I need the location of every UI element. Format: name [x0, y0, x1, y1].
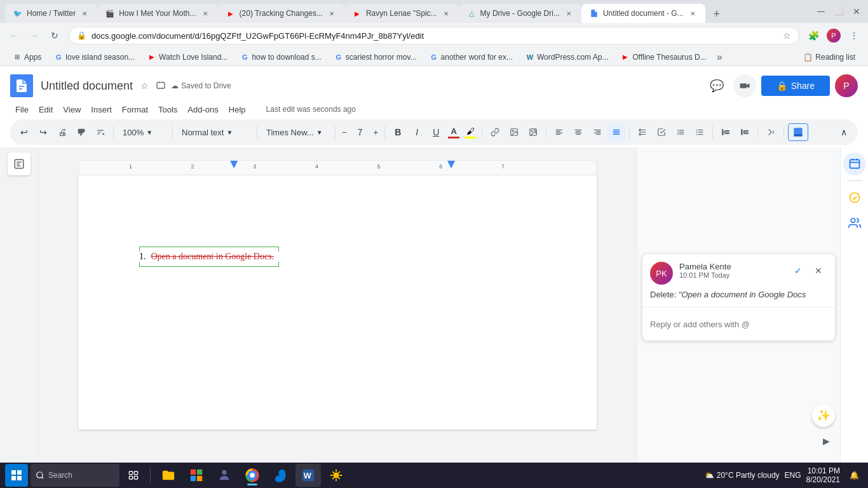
bookmark-wordpress[interactable]: W WordPress.com Ap...	[520, 51, 613, 63]
comment-reply-input[interactable]	[650, 314, 827, 334]
checklist-button[interactable]	[653, 123, 670, 141]
clear-format-btn[interactable]	[92, 123, 109, 141]
workspace-tasks-button[interactable]	[843, 186, 866, 209]
taskbar-app-word[interactable]: W	[295, 464, 321, 487]
document-page[interactable]: 1. Open a document in Google Docs.	[78, 175, 597, 430]
move-to-drive-icon[interactable]	[154, 79, 167, 92]
back-button[interactable]: ←	[5, 27, 23, 44]
maximize-button[interactable]: ⬜	[832, 5, 845, 18]
tab-drive[interactable]: △ My Drive - Google Dri... ✕	[459, 4, 581, 23]
star-icon[interactable]: ☆	[138, 79, 151, 92]
comments-button[interactable]: 💬	[705, 74, 728, 97]
undo-button[interactable]: ↩	[15, 123, 33, 141]
numbered-list-button[interactable]: 1.2.3.	[691, 123, 709, 141]
weather-widget[interactable]: ⛅ 20°C Partly cloudy	[705, 471, 780, 480]
taskbar-app-store[interactable]	[184, 464, 209, 487]
tab-himym[interactable]: 🎬 How I Met Your Moth... ✕	[97, 4, 217, 23]
tab-ravyn-close[interactable]: ✕	[441, 8, 451, 18]
font-select[interactable]: Times New... ▼	[261, 126, 331, 139]
insert-drawing-button[interactable]	[524, 123, 542, 141]
expand-sidebar-button[interactable]: ▶	[817, 432, 835, 450]
workspace-contacts-button[interactable]	[843, 212, 866, 234]
new-tab-button[interactable]: +	[708, 5, 726, 23]
paint-format-button[interactable]	[72, 123, 90, 141]
list-item-1[interactable]: 1. Open a document in Google Docs.	[139, 252, 274, 262]
bullet-list-button[interactable]	[672, 123, 689, 141]
taskbar-language[interactable]: ENG	[785, 471, 801, 480]
bookmark-love-island[interactable]: G love island season...	[49, 51, 140, 63]
ruler-handle-right[interactable]	[447, 161, 455, 168]
highlight-button[interactable]: 🖌	[463, 125, 478, 140]
font-size-input[interactable]: 7	[351, 123, 370, 141]
indent-decrease-button[interactable]	[717, 123, 735, 141]
add-comment-fab[interactable]: ✨	[812, 404, 835, 427]
bookmark-watch-love[interactable]: ▶ Watch Love Island...	[142, 51, 233, 63]
docs-canvas[interactable]: 1 2 3 4 5 6 7	[38, 147, 637, 488]
align-right-button[interactable]	[588, 123, 606, 141]
indent-increase-button[interactable]	[736, 123, 754, 141]
font-size-increase[interactable]: +	[371, 126, 381, 139]
comment-reply-area[interactable]	[642, 307, 835, 341]
bold-button[interactable]: B	[389, 123, 407, 141]
print-button[interactable]: 🖨	[53, 123, 71, 141]
reading-list-button[interactable]: 📋 Reading list	[798, 51, 860, 63]
tab-drive-close[interactable]: ✕	[564, 8, 574, 18]
tab-tracking-close[interactable]: ✕	[327, 8, 337, 18]
align-left-button[interactable]	[550, 123, 568, 141]
redo-button[interactable]: ↪	[34, 123, 52, 141]
bookmark-download[interactable]: G how to download s...	[235, 51, 326, 63]
align-justify-button[interactable]	[607, 123, 625, 141]
profile-icon[interactable]: P	[825, 27, 843, 44]
tab-twitter[interactable]: 🐦 Home / Twitter ✕	[5, 4, 97, 23]
font-size-decrease[interactable]: −	[339, 126, 349, 139]
menu-help[interactable]: Help	[224, 104, 251, 116]
taskbar-app-chrome[interactable]	[240, 464, 265, 487]
minimize-button[interactable]: ─	[815, 5, 827, 18]
menu-format[interactable]: Format	[117, 104, 153, 116]
insert-link-button[interactable]	[486, 123, 504, 141]
bookmark-horror[interactable]: G scariest horror mov...	[329, 51, 422, 63]
docs-document-title[interactable]: Untitled document	[41, 79, 133, 93]
bookmark-apps[interactable]: ⊞ Apps	[8, 51, 46, 63]
tab-twitter-close[interactable]: ✕	[79, 8, 90, 18]
bookmark-word[interactable]: G another word for ex...	[424, 51, 518, 63]
taskbar-clock[interactable]: 10:01 PM 8/20/2021	[806, 466, 840, 484]
taskbar-app-photos[interactable]	[323, 464, 349, 487]
underline-button[interactable]: U	[427, 123, 445, 141]
bookmark-thesaurus[interactable]: ▶ Offline Thesaurus D...	[616, 51, 711, 63]
menu-addons[interactable]: Add-ons	[182, 104, 223, 116]
last-edit-link[interactable]: Last edit was seconds ago	[261, 104, 361, 115]
workspace-calendar-button[interactable]	[843, 152, 866, 175]
tab-ravyn[interactable]: ▶ Ravyn Lenae "Spic... ✕	[344, 4, 459, 23]
extensions-icon[interactable]: 🧩	[804, 27, 822, 44]
share-button[interactable]: 🔒 Share	[761, 76, 830, 96]
background-color-button[interactable]	[788, 123, 808, 141]
close-button[interactable]: ✕	[850, 5, 863, 18]
meet-button[interactable]	[733, 74, 756, 97]
address-input[interactable]: 🔒 docs.google.com/document/d/16pgQZFtf_U…	[69, 27, 799, 44]
menu-edit[interactable]: Edit	[34, 104, 58, 116]
user-avatar[interactable]: P	[835, 74, 858, 97]
resolve-comment-button[interactable]: ✓	[789, 262, 807, 280]
outline-button[interactable]	[8, 152, 31, 175]
taskbar-app-edge[interactable]	[268, 464, 293, 487]
start-button[interactable]	[5, 464, 28, 487]
bookmark-star-icon[interactable]: ☆	[783, 30, 791, 41]
insert-image-button[interactable]	[505, 123, 523, 141]
clear-formatting-button[interactable]	[762, 123, 780, 141]
text-color-button[interactable]: A	[446, 125, 461, 140]
align-center-button[interactable]	[569, 123, 587, 141]
bookmarks-more-button[interactable]: »	[714, 50, 725, 64]
tab-tracking[interactable]: ▶ (20) Tracking Changes... ✕	[218, 4, 344, 23]
menu-insert[interactable]: Insert	[86, 104, 117, 116]
settings-icon[interactable]: ⋮	[845, 27, 863, 44]
taskbar-app-explorer[interactable]	[156, 464, 181, 487]
menu-tools[interactable]: Tools	[153, 104, 182, 116]
menu-file[interactable]: File	[10, 104, 34, 116]
line-spacing-button[interactable]	[634, 123, 651, 141]
tab-himym-close[interactable]: ✕	[200, 8, 210, 18]
menu-view[interactable]: View	[58, 104, 86, 116]
tab-docs[interactable]: Untitled document - G... ✕	[581, 4, 705, 23]
ruler-handle-left[interactable]	[230, 161, 238, 168]
search-button[interactable]: Search	[31, 464, 119, 487]
